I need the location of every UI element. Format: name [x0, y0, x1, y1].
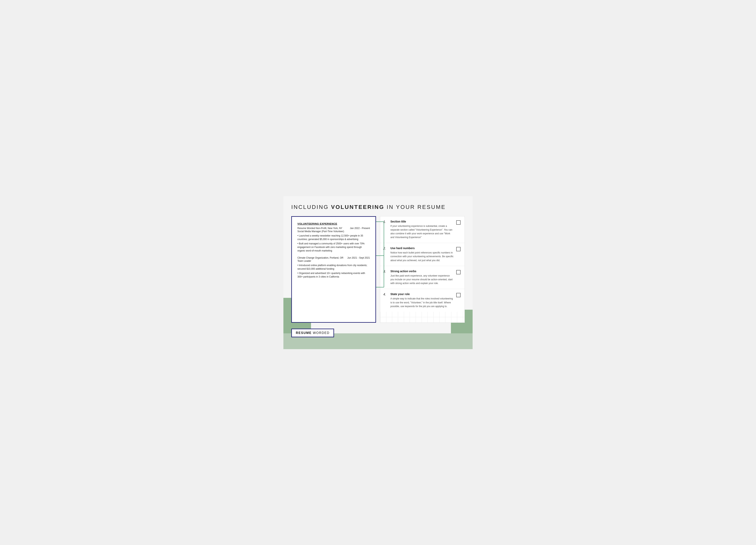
resume-entry-2-role: Team Leader: [297, 259, 370, 262]
resume-entry-1-date: Jan 2022 - Present: [350, 227, 370, 229]
resume-entry-1-role: Social Media Manager (Part-Time Voluntee…: [297, 230, 370, 233]
main-content: VOLUNTEERING EXPERIENCE Resume Worded No…: [291, 216, 465, 323]
branding-section: RESUME WORDED: [291, 329, 465, 337]
brand-worded-label: WORDED: [313, 331, 330, 335]
tip-3-content: Strong action verbs Just like paid work …: [390, 269, 454, 286]
resume-entry-2-header: Climate Change Organization, Portland, O…: [297, 256, 370, 259]
brand-resume-label: RESUME: [296, 331, 312, 335]
tip-4-title: State your role: [390, 293, 454, 296]
resume-entry-1-bullet-2: • Built and managed a community of 2500+…: [297, 242, 370, 252]
resume-entry-1-header: Resume Worded Non-Profit, New York, NY J…: [297, 227, 370, 229]
tip-1-title: Section title: [390, 220, 454, 223]
resume-entry-2-bullet-2: • Organized and advertised 10+ quarterly…: [297, 271, 370, 279]
tip-3-title: Strong action verbs: [390, 269, 454, 273]
resume-panel-wrapper: VOLUNTEERING EXPERIENCE Resume Worded No…: [291, 216, 376, 323]
resume-entry-2: Climate Change Organization, Portland, O…: [297, 256, 370, 279]
page-title: INCLUDING VOLUNTEERING IN YOUR RESUME: [291, 204, 465, 210]
tip-1-content: Section title If your volunteering exper…: [390, 220, 454, 239]
resume-section-title: VOLUNTEERING EXPERIENCE: [297, 222, 370, 225]
tip-2-content: Use hard numbers Notice how each bullet …: [390, 246, 454, 262]
tips-panel: 1. Section title If your volunteering ex…: [380, 216, 465, 323]
tip-item-2: 2. Use hard numbers Notice how each bull…: [380, 243, 465, 266]
tip-2-number: 2.: [383, 246, 390, 250]
tip-item-1: 1. Section title If your volunteering ex…: [380, 216, 465, 243]
tip-3-number: 3.: [383, 269, 390, 274]
tip-2-description: Notice how each bullet point references …: [390, 251, 454, 262]
tip-item-4: 4. State your role A simple way to indic…: [380, 289, 465, 312]
tip-4-checkbox[interactable]: [456, 293, 461, 297]
tip-4-number: 4.: [383, 293, 390, 296]
tip-item-3: 3. Strong action verbs Just like paid wo…: [380, 266, 465, 289]
tip-4-content: State your role A simple way to indicate…: [390, 293, 454, 308]
resume-entry-2-bullet-1: • Introduced online platform enabling do…: [297, 263, 370, 270]
resume-entry-1-org: Resume Worded Non-Profit, New York, NY: [297, 227, 342, 229]
page-wrapper: INCLUDING VOLUNTEERING IN YOUR RESUME VO…: [283, 196, 473, 349]
resume-entry-1-bullet-1: • Launched a weekly newsletter reaching …: [297, 234, 370, 241]
tips-list: 1. Section title If your volunteering ex…: [380, 216, 465, 323]
resume-panel: VOLUNTEERING EXPERIENCE Resume Worded No…: [291, 216, 376, 323]
resume-entry-2-date: Jun 2021 - Sept 2021: [347, 256, 370, 259]
tip-2-title: Use hard numbers: [390, 246, 454, 250]
tip-1-description: If your volunteering experience is subst…: [390, 224, 454, 239]
tip-1-number: 1.: [383, 220, 390, 224]
resume-entry-2-org: Climate Change Organization, Portland, O…: [297, 256, 343, 259]
tip-3-checkbox[interactable]: [456, 270, 461, 275]
brand-box: RESUME WORDED: [291, 329, 334, 337]
tip-1-checkbox[interactable]: [456, 220, 461, 225]
tip-4-description: A simple way to indicate that the roles …: [390, 297, 454, 308]
resume-entry-1: Resume Worded Non-Profit, New York, NY J…: [297, 227, 370, 252]
tip-2-checkbox[interactable]: [456, 247, 461, 251]
tip-3-description: Just like paid work experience, any volu…: [390, 274, 454, 286]
